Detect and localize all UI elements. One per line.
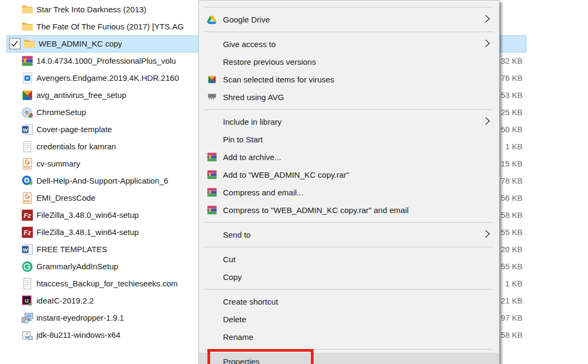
file-name: Dell-Help-And-Support-Application_6	[36, 172, 168, 189]
menu-item-compress-and-email[interactable]: Compress and email...	[199, 184, 499, 201]
menu-item-create-shortcut[interactable]: Create shortcut	[199, 293, 499, 310]
file-size: 32 KB	[501, 52, 523, 70]
chevron-right-icon	[485, 116, 490, 127]
menu-item-pin-to-start[interactable]: Pin to Start	[199, 131, 499, 148]
chevron-right-icon	[485, 39, 490, 50]
file-size: 55 KB	[501, 258, 523, 275]
menu-item-delete[interactable]: Delete	[199, 310, 499, 328]
word-doc-icon: W	[21, 124, 33, 135]
menu-separator	[205, 7, 493, 7]
file-name: jdk-8u211-windows-x64	[36, 327, 120, 344]
grammarly-icon	[21, 261, 33, 272]
file-name: WEB_ADMIN_KC copy	[39, 35, 122, 52]
file-size: 1 KB	[505, 138, 523, 155]
svg-text:IJ: IJ	[25, 299, 28, 304]
menu-item-add-to-named-rar[interactable]: Add to "WEB_ADMIN_KC copy.rar"	[199, 166, 499, 184]
menu-item-add-to-archive[interactable]: Add to archive...	[199, 148, 499, 166]
annotation-red-rectangle	[207, 349, 314, 364]
file-size: 15 KB	[501, 155, 523, 172]
menu-separator	[205, 247, 493, 247]
text-doc-icon	[21, 141, 33, 153]
file-name: instant-eyedropper-1.9.1	[36, 309, 124, 327]
file-name: GrammarlyAddInSetup	[36, 258, 118, 275]
file-size: 21 KB	[501, 292, 523, 309]
java-installer-icon	[21, 329, 33, 341]
file-name: The Fate Of The Furious (2017) [YTS.AG	[36, 18, 184, 35]
file-name: Cover-page-template	[36, 121, 112, 138]
shredder-icon	[206, 92, 217, 103]
file-name: FREE TEMPLATES	[36, 241, 107, 258]
menu-separator	[205, 32, 493, 32]
file-name: credentials for kamran	[36, 138, 116, 155]
file-name: htaccess_Backup_for_techieseeks.com	[36, 275, 177, 292]
svg-text:PDF: PDF	[24, 165, 31, 169]
file-explorer-window: { "app": {"view": "windows-explorer-deta…	[0, 0, 588, 364]
file-name: Star Trek Into Darkness (2013)	[36, 1, 146, 18]
file-size: 58 KB	[501, 207, 523, 224]
file-size: 25 KB	[501, 104, 523, 121]
file-name: cv-summary	[36, 155, 80, 172]
svg-text:Fz: Fz	[24, 212, 31, 219]
chevron-right-icon	[485, 14, 490, 25]
svg-text:W: W	[23, 127, 28, 133]
file-size: 97 KB	[501, 309, 523, 327]
context-menu: Google Drive Give access to Restore prev…	[198, 0, 500, 364]
file-name: avg_antivirus_free_setup	[36, 87, 126, 104]
pdf-doc-icon: PDF	[21, 192, 33, 204]
svg-text:Fz: Fz	[24, 229, 31, 237]
menu-item-send-to[interactable]: Send to	[199, 226, 499, 244]
file-size: 76 KB	[501, 70, 523, 87]
menu-item-shred-using-avg[interactable]: Shred using AVG	[199, 88, 499, 106]
menu-item-rename[interactable]: Rename	[199, 328, 499, 346]
file-size: 55 KB	[501, 224, 523, 241]
file-size: 78 KB	[501, 172, 523, 189]
file-name: ChromeSetup	[36, 104, 86, 121]
menu-item-scan-for-viruses[interactable]: Scan selected items for viruses	[199, 71, 499, 88]
file-name: FileZilla_3.48.1_win64-setup	[36, 224, 139, 241]
svg-text:W: W	[23, 247, 28, 253]
menu-separator	[205, 109, 493, 110]
menu-item-cut[interactable]: Cut	[199, 251, 499, 268]
folder-icon	[21, 4, 33, 16]
folder-icon	[24, 38, 35, 50]
menu-item-copy[interactable]: Copy	[199, 268, 499, 286]
word-doc-icon: W	[21, 244, 33, 255]
pdf-doc-icon: PDF	[21, 158, 33, 170]
winrar-icon	[206, 205, 217, 216]
file-name: 14.0.4734.1000_ProfessionalPlus_volu	[36, 52, 176, 70]
file-name: ideaIC-2019.2.2	[36, 292, 94, 309]
menu-item-give-access-to[interactable]: Give access to	[199, 35, 499, 53]
google-drive-icon	[206, 14, 217, 25]
file-size: 1 KB	[505, 275, 523, 292]
chrome-installer-icon	[21, 107, 33, 118]
menu-separator	[205, 222, 493, 223]
file-name: Avengers.Endgame.2019.4K.HDR.2160	[36, 70, 179, 87]
file-size: 53 KB	[501, 87, 523, 104]
menu-item-include-in-library[interactable]: Include in library	[199, 113, 499, 131]
item-checkbox[interactable]	[9, 38, 20, 49]
folder-icon	[21, 21, 33, 33]
svg-text:PDF: PDF	[24, 199, 31, 203]
menu-item-restore-previous-versions[interactable]: Restore previous versions	[199, 53, 499, 71]
media-file-icon	[21, 72, 33, 84]
avg-icon	[206, 74, 217, 85]
menu-item-properties[interactable]: Properties	[199, 353, 499, 364]
winrar-icon	[206, 170, 217, 180]
winrar-icon	[206, 152, 217, 163]
dell-app-icon	[21, 175, 33, 187]
file-size: 20 KB	[501, 241, 523, 258]
menu-separator	[205, 289, 493, 290]
filezilla-icon: Fz	[21, 209, 33, 221]
file-size: 56 KB	[501, 189, 523, 207]
file-name: FileZilla_3.48.0_win64-setup	[36, 207, 139, 224]
file-size: 50 KB	[501, 121, 523, 138]
intellij-icon: IJ	[21, 295, 33, 307]
menu-item-google-drive[interactable]: Google Drive	[199, 11, 499, 28]
avg-icon	[21, 89, 33, 101]
winrar-archive-icon	[21, 55, 33, 67]
winrar-icon	[206, 187, 217, 198]
chevron-right-icon	[485, 229, 490, 240]
menu-item-compress-to-rar-and-email[interactable]: Compress to "WEB_ADMIN_KC copy.rar" and …	[199, 201, 499, 219]
file-size: 58 KB	[501, 327, 523, 344]
file-name: EMI_DressCode	[36, 189, 95, 207]
